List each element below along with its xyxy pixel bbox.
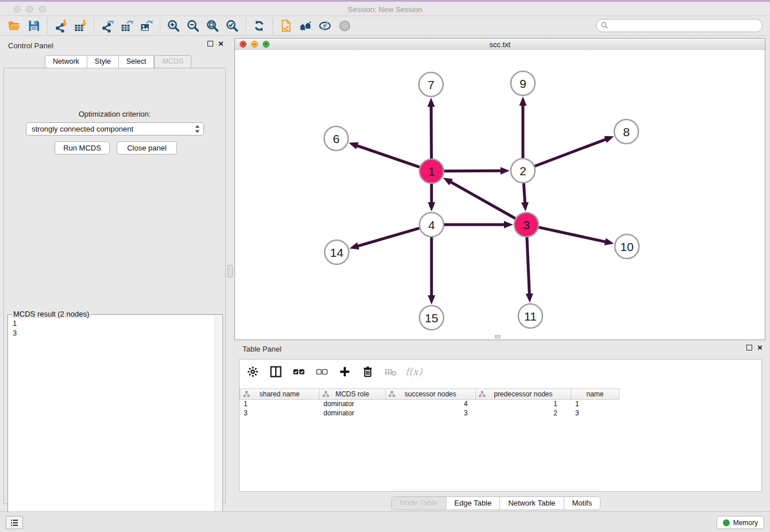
table-cell[interactable]: 3	[571, 409, 619, 418]
network-canvas[interactable]: 7968124314101511	[235, 50, 765, 340]
table-cell[interactable]: 1	[571, 400, 619, 409]
node-7[interactable]: 7	[419, 72, 443, 97]
window-titlebar: Session: New Session	[0, 0, 770, 16]
table-cell[interactable]: 1	[476, 400, 571, 409]
zoom-selected-icon[interactable]	[222, 18, 242, 34]
table-cell[interactable]: 4	[386, 400, 476, 409]
node-9[interactable]: 9	[511, 71, 535, 95]
columns-icon[interactable]	[268, 364, 283, 379]
node-table-area: f(x) shared nameMCDS rolesuccessor nodes…	[239, 359, 762, 492]
table-row[interactable]: 1dominator411	[240, 400, 619, 409]
import-network-icon[interactable]	[51, 18, 71, 34]
table-cell[interactable]: 3	[240, 409, 319, 418]
save-session-icon[interactable]	[24, 18, 44, 34]
edge-1-2[interactable]	[444, 167, 510, 175]
search-input[interactable]	[596, 19, 763, 32]
edge-3-11[interactable]	[526, 237, 533, 303]
select-all-icon[interactable]	[291, 364, 306, 379]
edge-1-7[interactable]	[428, 98, 435, 159]
task-history-button[interactable]	[6, 516, 23, 529]
edge-2-9[interactable]	[519, 97, 527, 158]
tab-mcds[interactable]: MCDS	[154, 55, 191, 68]
table-cell[interactable]: dominator	[319, 400, 386, 409]
float-table-panel-icon[interactable]	[746, 345, 752, 350]
node-2[interactable]: 2	[511, 159, 535, 183]
gear-icon[interactable]	[245, 364, 260, 379]
zoom-in-icon[interactable]	[164, 18, 183, 34]
edge-4-3[interactable]	[444, 221, 513, 229]
node-4[interactable]: 4	[419, 213, 444, 237]
column-header-predecessor-nodes[interactable]: predecessor nodes	[476, 388, 571, 400]
edge-3-10[interactable]	[538, 228, 614, 245]
panel-splitter-handle[interactable]	[228, 265, 233, 277]
node-8[interactable]: 8	[614, 119, 638, 144]
edge-1-6[interactable]	[349, 142, 419, 167]
close-table-panel-icon[interactable]: ×	[757, 345, 763, 350]
memory-button[interactable]: Memory	[717, 516, 764, 529]
node-6[interactable]: 6	[324, 126, 348, 151]
table-cell[interactable]: 1	[240, 400, 319, 409]
refresh-icon[interactable]	[249, 18, 269, 34]
column-header-MCDS-role[interactable]: MCDS role	[319, 388, 386, 400]
export-network-icon[interactable]	[98, 18, 117, 34]
float-panel-icon[interactable]	[207, 41, 213, 47]
criterion-value: strongly connected component	[26, 125, 195, 133]
table-row[interactable]: 3dominator323	[240, 409, 619, 418]
column-header-successor-nodes[interactable]: successor nodes	[386, 388, 476, 400]
node-11[interactable]: 11	[518, 304, 542, 328]
tab-edge-table[interactable]: Edge Table	[446, 497, 500, 510]
main-toolbar	[0, 16, 770, 36]
export-image-icon[interactable]	[137, 18, 156, 34]
edge-3-1[interactable]	[443, 178, 515, 218]
tab-network[interactable]: Network	[45, 55, 87, 68]
tab-network-table[interactable]: Network Table	[499, 497, 563, 510]
sphere-icon[interactable]	[335, 18, 355, 34]
export-table-icon[interactable]	[117, 18, 137, 34]
result-scrollbar[interactable]	[214, 315, 222, 532]
criterion-dropdown[interactable]: strongly connected component	[26, 122, 204, 136]
toolbar-separator	[245, 18, 246, 33]
window-title: Session: New Session	[0, 5, 770, 14]
tab-style[interactable]: Style	[87, 55, 119, 68]
node-14[interactable]: 14	[325, 240, 349, 264]
node-15[interactable]: 15	[419, 306, 444, 330]
column-header-name[interactable]: name	[571, 388, 619, 400]
close-panel-icon[interactable]: ×	[218, 41, 224, 47]
memory-status-icon	[723, 519, 730, 526]
edge-4-15[interactable]	[428, 237, 436, 304]
network-window-titlebar[interactable]: × − + scc.txt	[235, 38, 765, 51]
node-3[interactable]: 3	[514, 213, 538, 237]
edge-4-14[interactable]	[349, 228, 419, 249]
trash-icon[interactable]	[360, 364, 375, 379]
table-cell[interactable]: dominator	[319, 409, 386, 418]
edge-2-8[interactable]	[535, 136, 614, 167]
zoom-fit-icon[interactable]	[203, 18, 222, 34]
open-session-icon[interactable]	[5, 18, 24, 34]
edge-2-3[interactable]	[521, 183, 529, 211]
import-table-icon[interactable]	[71, 18, 90, 34]
column-header-shared-name[interactable]: shared name	[240, 388, 319, 400]
run-mcds-button[interactable]: Run MCDS	[55, 141, 110, 155]
network-file-icon[interactable]	[276, 18, 296, 34]
close-panel-button[interactable]: Close panel	[117, 141, 177, 155]
edge-1-4[interactable]	[428, 184, 436, 211]
table-cell[interactable]: 2	[476, 409, 571, 418]
table-toolbar: f(x)	[245, 364, 421, 379]
tab-motifs[interactable]: Motifs	[564, 497, 600, 510]
tab-node-table[interactable]: Node Table	[392, 497, 446, 510]
tab-select[interactable]: Select	[119, 55, 155, 68]
control-panel: Control Panel × NetworkStyleSelectMCDS O…	[0, 37, 230, 509]
table-cell[interactable]: 3	[386, 409, 476, 418]
hide-panels-icon[interactable]	[315, 18, 335, 34]
canvas-grip[interactable]	[495, 335, 500, 338]
node-10[interactable]: 10	[615, 234, 639, 259]
node-1[interactable]: 1	[419, 159, 444, 183]
home-icon[interactable]	[296, 18, 315, 34]
add-icon[interactable]	[337, 364, 352, 379]
unselect-all-icon[interactable]	[314, 364, 329, 379]
table-panel: Table Panel × f(x) shared nameMCDS roles…	[234, 342, 765, 511]
zoom-out-icon[interactable]	[183, 18, 203, 34]
function-icon: f(x)	[406, 364, 421, 379]
node-label: 3	[523, 218, 530, 232]
node-label: 7	[428, 78, 434, 91]
